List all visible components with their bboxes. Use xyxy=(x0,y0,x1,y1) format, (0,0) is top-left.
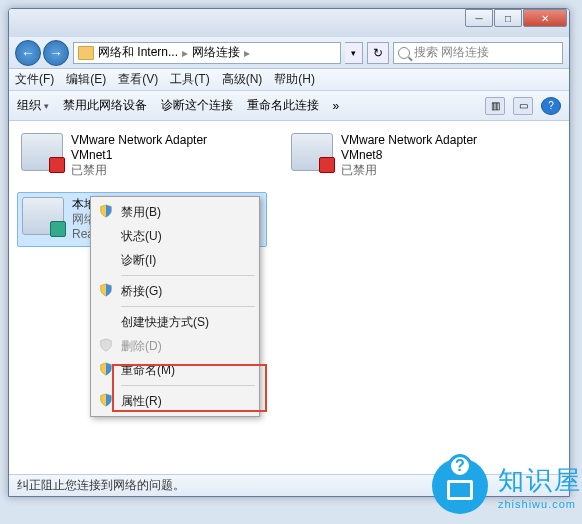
ctx-separator xyxy=(121,306,255,307)
ctx-label: 重命名(M) xyxy=(121,362,175,379)
toolbar: 组织 禁用此网络设备 诊断这个连接 重命名此连接 » ▥ ▭ ? xyxy=(9,91,569,121)
logo-badge-icon: ? xyxy=(432,458,488,514)
ctx-rename[interactable]: 重命名(M) xyxy=(93,358,257,382)
adapter-row: VMware Network Adapter VMnet1 已禁用 VMware… xyxy=(17,129,561,182)
adapter-name2: VMnet8 xyxy=(341,148,477,163)
adapter-text: VMware Network Adapter VMnet1 已禁用 xyxy=(71,133,207,178)
ctx-separator xyxy=(121,385,255,386)
refresh-button[interactable]: ↻ xyxy=(367,42,389,64)
forward-button[interactable]: → xyxy=(43,40,69,66)
ctx-shortcut[interactable]: 创建快捷方式(S) xyxy=(93,310,257,334)
adapter-status: 已禁用 xyxy=(341,163,477,178)
ctx-disable[interactable]: 禁用(B) xyxy=(93,200,257,224)
menu-help[interactable]: 帮助(H) xyxy=(274,71,315,88)
ctx-delete: 删除(D) xyxy=(93,334,257,358)
toolbar-organize[interactable]: 组织 xyxy=(17,97,49,114)
view-icons-button[interactable]: ▥ xyxy=(485,97,505,115)
shield-icon xyxy=(99,393,113,407)
toolbar-diagnose[interactable]: 诊断这个连接 xyxy=(161,97,233,114)
toolbar-disable[interactable]: 禁用此网络设备 xyxy=(63,97,147,114)
menu-view[interactable]: 查看(V) xyxy=(118,71,158,88)
adapter-name2: VMnet1 xyxy=(71,148,207,163)
toolbar-right: ▥ ▭ ? xyxy=(485,97,561,115)
question-icon: ? xyxy=(448,454,472,478)
adapter-text: VMware Network Adapter VMnet8 已禁用 xyxy=(341,133,477,178)
adapter-icon xyxy=(291,133,333,171)
nav-buttons: ← → xyxy=(15,40,69,66)
adapter-name: VMware Network Adapter xyxy=(71,133,207,148)
minimize-button[interactable]: ─ xyxy=(465,9,493,27)
ctx-label: 创建快捷方式(S) xyxy=(121,314,209,331)
ctx-bridge[interactable]: 桥接(G) xyxy=(93,279,257,303)
status-text: 纠正阻止您连接到网络的问题。 xyxy=(17,477,185,494)
close-button[interactable]: ✕ xyxy=(523,9,567,27)
menu-tools[interactable]: 工具(T) xyxy=(170,71,209,88)
adapter-vmnet1[interactable]: VMware Network Adapter VMnet1 已禁用 xyxy=(17,129,267,182)
shield-icon xyxy=(99,362,113,376)
ctx-label: 状态(U) xyxy=(121,228,162,245)
view-details-button[interactable]: ▭ xyxy=(513,97,533,115)
toolbar-more[interactable]: » xyxy=(333,99,340,113)
menu-advanced[interactable]: 高级(N) xyxy=(222,71,263,88)
logo-text-block: 知识屋 zhishiwu.com xyxy=(498,463,582,510)
ctx-properties[interactable]: 属性(R) xyxy=(93,389,257,413)
adapter-vmnet8[interactable]: VMware Network Adapter VMnet8 已禁用 xyxy=(287,129,537,182)
screen-icon xyxy=(447,480,473,500)
folder-icon xyxy=(78,46,94,60)
breadcrumb-level2[interactable]: 网络连接 xyxy=(192,44,240,61)
adapter-icon xyxy=(21,133,63,171)
toolbar-rename[interactable]: 重命名此连接 xyxy=(247,97,319,114)
back-button[interactable]: ← xyxy=(15,40,41,66)
search-input[interactable]: 搜索 网络连接 xyxy=(393,42,563,64)
ctx-diagnose[interactable]: 诊断(I) xyxy=(93,248,257,272)
address-dropdown[interactable]: ▾ xyxy=(345,42,363,64)
search-icon xyxy=(398,47,410,59)
help-button[interactable]: ? xyxy=(541,97,561,115)
logo-subtext: zhishiwu.com xyxy=(498,498,582,510)
logo-text: 知识屋 xyxy=(498,465,582,495)
ctx-label: 属性(R) xyxy=(121,393,162,410)
maximize-button[interactable]: □ xyxy=(494,9,522,27)
ctx-label: 删除(D) xyxy=(121,338,162,355)
adapter-name: VMware Network Adapter xyxy=(341,133,477,148)
breadcrumb[interactable]: 网络和 Intern... ▸ 网络连接 ▸ xyxy=(73,42,341,64)
ctx-label: 禁用(B) xyxy=(121,204,161,221)
shield-icon xyxy=(99,204,113,218)
menu-edit[interactable]: 编辑(E) xyxy=(66,71,106,88)
ctx-label: 诊断(I) xyxy=(121,252,156,269)
breadcrumb-sep: ▸ xyxy=(244,46,250,60)
watermark-logo: ? 知识屋 zhishiwu.com xyxy=(432,458,582,514)
menubar: 文件(F) 编辑(E) 查看(V) 工具(T) 高级(N) 帮助(H) xyxy=(9,69,569,91)
ctx-label: 桥接(G) xyxy=(121,283,162,300)
ctx-separator xyxy=(121,275,255,276)
context-menu: 禁用(B) 状态(U) 诊断(I) 桥接(G) 创建快捷方式(S) 删除(D) … xyxy=(90,196,260,417)
search-placeholder: 搜索 网络连接 xyxy=(414,44,489,61)
adapter-icon xyxy=(22,197,64,235)
breadcrumb-sep: ▸ xyxy=(182,46,188,60)
adapter-status: 已禁用 xyxy=(71,163,207,178)
breadcrumb-level1[interactable]: 网络和 Intern... xyxy=(98,44,178,61)
shield-icon xyxy=(99,338,113,352)
address-bar-row: ← → 网络和 Intern... ▸ 网络连接 ▸ ▾ ↻ 搜索 网络连接 xyxy=(9,37,569,69)
titlebar: ─ □ ✕ xyxy=(9,9,569,37)
ctx-status[interactable]: 状态(U) xyxy=(93,224,257,248)
shield-icon xyxy=(99,283,113,297)
menu-file[interactable]: 文件(F) xyxy=(15,71,54,88)
